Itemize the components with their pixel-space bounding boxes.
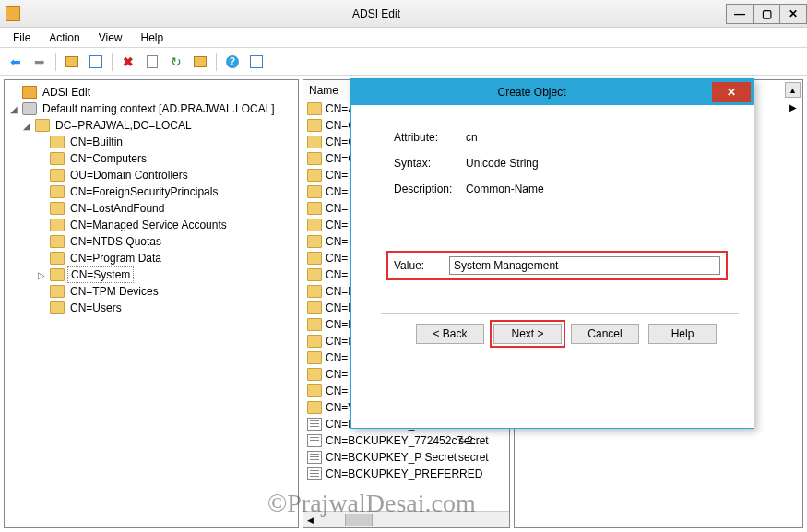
folder-up-icon: [65, 56, 78, 67]
menu-help[interactable]: Help: [134, 30, 172, 46]
tree-item[interactable]: CN=Program Data: [6, 250, 296, 266]
arrow-left-icon: ⬅: [10, 54, 21, 69]
back-button[interactable]: < Back: [416, 324, 484, 344]
list-item[interactable]: CN=BCKUPKEY_P Secretsecret: [303, 449, 509, 466]
panel-icon: [250, 55, 263, 68]
export-icon: [194, 56, 207, 67]
folder-icon: [307, 384, 322, 397]
scroll-up-button[interactable]: ▲: [785, 82, 801, 98]
refresh-icon: ↻: [171, 54, 182, 69]
back-button[interactable]: ⬅: [6, 52, 26, 72]
folder-icon: [307, 202, 322, 215]
folder-icon: [50, 152, 65, 165]
menu-action[interactable]: Action: [42, 30, 87, 46]
properties-button[interactable]: [86, 52, 106, 72]
menu-bar: File Action View Help: [0, 28, 807, 48]
folder-icon: [307, 301, 322, 314]
context-icon: [22, 102, 37, 115]
horizontal-scrollbar[interactable]: ◀: [303, 511, 509, 527]
file-icon: [307, 467, 322, 480]
adsi-icon: [22, 86, 37, 99]
folder-icon: [307, 268, 322, 281]
folder-icon: [307, 285, 322, 298]
tree-item[interactable]: CN=Users: [6, 300, 296, 316]
delete-button[interactable]: ✖: [118, 52, 138, 72]
forward-button[interactable]: ➡: [30, 52, 50, 72]
menu-view[interactable]: View: [91, 30, 130, 46]
folder-icon: [307, 351, 322, 364]
app-icon: [6, 6, 20, 21]
tree-item[interactable]: CN=Builtin: [6, 134, 296, 150]
folder-icon: [307, 136, 322, 148]
toolbar: ⬅ ➡ ✖ ↻ ?: [0, 48, 807, 76]
play-icon: ▶: [789, 102, 797, 112]
window-title: ADSI Edit: [26, 7, 727, 20]
tree-item[interactable]: CN=ForeignSecurityPrincipals: [6, 183, 296, 200]
tree-item[interactable]: CN=LostAndFound: [6, 200, 296, 217]
folder-icon: [50, 202, 65, 215]
folder-icon: [50, 235, 65, 248]
up-button[interactable]: [62, 52, 82, 72]
folder-icon: [50, 252, 65, 265]
help-button[interactable]: ?: [222, 52, 243, 72]
tree-context[interactable]: ◢Default naming context [AD.PRAJWAL.LOCA…: [6, 100, 296, 117]
attribute-value: cn: [466, 131, 478, 144]
help-icon: ?: [226, 55, 239, 68]
list-item[interactable]: CN=BCKUPKEY_772452c7-2...secret: [303, 432, 509, 449]
dialog-title: Create Object: [351, 86, 712, 99]
minimize-button[interactable]: —: [726, 4, 754, 24]
folder-icon: [50, 285, 65, 298]
folder-icon: [307, 252, 322, 265]
sheet-icon: [147, 55, 158, 68]
tree-item[interactable]: ▷CN=System: [6, 266, 296, 283]
folder-icon: [50, 268, 65, 281]
folder-icon: [307, 318, 322, 331]
close-button[interactable]: ✕: [779, 4, 807, 24]
tree-item[interactable]: CN=Computers: [6, 150, 296, 167]
maximize-button[interactable]: ▢: [753, 4, 780, 24]
folder-icon: [50, 301, 65, 314]
tree-dc[interactable]: ◢DC=PRAJWAL,DC=LOCAL: [6, 117, 296, 134]
description-value: Common-Name: [466, 183, 544, 195]
dialog-help-button[interactable]: Help: [648, 324, 717, 344]
tree-item[interactable]: CN=NTDS Quotas: [6, 233, 296, 250]
delete-icon: ✖: [123, 54, 134, 69]
file-icon: [307, 451, 322, 464]
folder-icon: [307, 335, 322, 348]
value-input[interactable]: [449, 256, 720, 275]
tree-item[interactable]: CN=Managed Service Accounts: [6, 217, 296, 233]
refresh-button[interactable]: ↻: [166, 52, 186, 72]
list-item[interactable]: CN=BCKUPKEY_PREFERRED: [303, 466, 509, 482]
folder-icon: [307, 152, 322, 165]
tree-pane: ADSI Edit ◢Default naming context [AD.PR…: [4, 79, 299, 528]
folder-icon: [307, 185, 322, 198]
arrow-right-icon: ➡: [34, 54, 45, 69]
tree-root[interactable]: ADSI Edit: [6, 84, 296, 100]
folder-icon: [307, 219, 322, 231]
next-button[interactable]: Next >: [493, 324, 562, 344]
folder-icon: [50, 169, 65, 182]
file-icon: [307, 434, 322, 447]
export-button[interactable]: [190, 52, 210, 72]
syntax-label: Syntax:: [394, 157, 466, 170]
folder-icon: [307, 368, 322, 381]
menu-file[interactable]: File: [6, 30, 38, 46]
attribute-label: Attribute:: [394, 131, 466, 144]
folder-icon: [307, 119, 322, 132]
show-hide-button[interactable]: [246, 52, 267, 72]
window-titlebar: ADSI Edit — ▢ ✕: [0, 0, 807, 28]
tree-item[interactable]: OU=Domain Controllers: [6, 167, 296, 183]
folder-icon: [307, 401, 322, 414]
file-icon: [307, 418, 322, 431]
properties-icon: [89, 55, 102, 68]
folder-icon: [307, 235, 322, 248]
tree-item[interactable]: CN=TPM Devices: [6, 283, 296, 300]
dialog-close-button[interactable]: ✕: [712, 82, 751, 102]
cancel-button[interactable]: Cancel: [571, 324, 639, 344]
sheet-button[interactable]: [142, 52, 162, 72]
folder-icon: [307, 102, 322, 115]
folder-icon: [50, 219, 65, 231]
folder-icon: [50, 136, 65, 148]
folder-icon: [50, 185, 65, 198]
value-label: Value:: [394, 259, 449, 272]
